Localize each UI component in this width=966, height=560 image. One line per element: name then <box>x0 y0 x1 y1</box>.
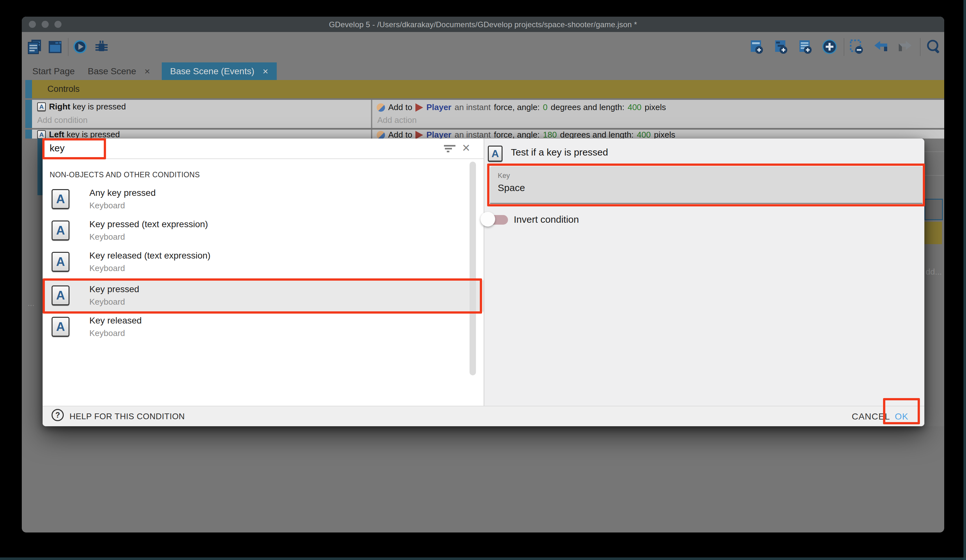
truncated-add-text: dd... <box>926 267 942 277</box>
invert-condition-label: Invert condition <box>514 214 579 225</box>
list-item-key-pressed-text-expression[interactable]: A Key pressed (text expression) Keyboard <box>43 215 484 247</box>
close-icon[interactable]: × <box>462 141 470 155</box>
action-text: Add to <box>388 130 412 139</box>
keycap-letter: A <box>39 103 44 110</box>
keyboard-key-icon: A <box>37 102 46 111</box>
project-manager-icon[interactable] <box>26 37 43 56</box>
add-subevent-icon[interactable] <box>772 37 789 56</box>
dimmed-event-bar <box>38 139 43 195</box>
event-row[interactable]: A Right key is pressed Add condition Add… <box>32 100 944 128</box>
keyboard-key-icon: A <box>52 189 69 209</box>
dimmed-events-background: dd... <box>924 139 944 426</box>
event-bar <box>25 129 32 139</box>
add-event-icon[interactable] <box>748 37 765 56</box>
event-group-title: Controls <box>48 84 80 94</box>
screen-edge <box>0 557 966 560</box>
window-title: GDevelop 5 - /Users/dkarakay/Documents/G… <box>22 20 944 29</box>
keycap-letter: A <box>56 289 65 302</box>
delete-selection-icon[interactable] <box>848 37 865 56</box>
add-action-link[interactable]: Add action <box>377 115 417 125</box>
redo-icon[interactable] <box>897 37 913 56</box>
item-title: Key pressed (text expression) <box>89 219 208 229</box>
event-group-header[interactable]: Controls <box>32 80 944 98</box>
preview-play-icon[interactable] <box>73 37 87 56</box>
action-text: degrees and length: <box>551 102 624 112</box>
event-bar <box>25 100 32 128</box>
row-divider <box>924 151 944 152</box>
condition-title: Test if a key is pressed <box>511 147 608 158</box>
event-group-bar <box>25 80 32 98</box>
action-text: an instant <box>455 102 491 112</box>
action-angle-value: 0 <box>543 102 547 112</box>
action-line[interactable]: Add to Player an instant force, angle: 0… <box>377 102 666 112</box>
condition-text: key is pressed <box>67 129 120 139</box>
list-item-key-pressed[interactable]: A Key pressed Keyboard <box>43 280 484 312</box>
list-item-any-key-pressed[interactable]: A Any key pressed Keyboard <box>43 184 484 215</box>
condition-text: key is pressed <box>73 102 126 111</box>
keycap-letter: A <box>39 131 44 138</box>
event-row[interactable]: A Left key is pressed Add to Player an i… <box>32 129 944 139</box>
keyboard-key-icon: A <box>52 252 69 272</box>
search-icon[interactable] <box>925 37 941 56</box>
action-text: an instant <box>455 130 491 139</box>
list-scrollbar[interactable] <box>470 162 476 375</box>
keycap-letter: A <box>56 224 65 237</box>
item-title: Key released (text expression) <box>89 251 210 261</box>
condition-line[interactable]: A Right key is pressed <box>37 102 126 112</box>
action-text: force, angle: <box>494 130 540 139</box>
action-line[interactable]: Add to Player an instant force, angle: 1… <box>377 130 675 139</box>
keycap-letter: A <box>491 148 499 160</box>
actions-cell[interactable]: Add to Player an instant force, angle: 0… <box>372 100 944 128</box>
help-link[interactable]: HELP FOR THIS CONDITION <box>69 411 185 421</box>
action-angle-value: 180 <box>543 130 557 139</box>
titlebar: GDevelop 5 - /Users/dkarakay/Documents/G… <box>22 16 944 32</box>
item-subtitle: Keyboard <box>89 297 125 307</box>
tab-close-icon[interactable]: × <box>145 67 150 76</box>
debugger-bug-icon[interactable] <box>93 37 110 56</box>
tab-label: Base Scene <box>88 66 136 77</box>
conditions-cell[interactable]: A Left key is pressed <box>32 129 371 139</box>
actions-cell[interactable]: Add to Player an instant force, angle: 1… <box>372 129 944 139</box>
add-circle-icon[interactable] <box>821 37 838 56</box>
filter-icon[interactable] <box>444 145 455 153</box>
search-row: key × <box>43 139 484 159</box>
item-title: Any key pressed <box>89 188 156 198</box>
toolbar-separator <box>920 38 920 56</box>
keyboard-key-icon: A <box>52 221 69 240</box>
add-condition-link[interactable]: Add condition <box>37 115 88 125</box>
action-text: pixels <box>654 130 675 139</box>
action-object: Player <box>426 102 451 112</box>
help-icon[interactable]: ? <box>52 409 64 421</box>
item-subtitle: Keyboard <box>89 232 125 242</box>
force-action-icon <box>377 131 385 139</box>
scene-editor-icon[interactable] <box>47 37 63 56</box>
invert-condition-toggle-thumb[interactable] <box>480 212 495 226</box>
tab-start-page[interactable]: Start Page <box>24 62 83 80</box>
list-item-key-released-text-expression[interactable]: A Key released (text expression) Keyboar… <box>43 247 484 278</box>
tab-base-scene-events[interactable]: Base Scene (Events) × <box>162 62 277 80</box>
ok-button[interactable]: OK <box>888 411 915 422</box>
keyboard-key-icon: A <box>37 130 46 139</box>
search-input[interactable]: key <box>50 143 65 154</box>
list-item-key-released[interactable]: A Key released Keyboard <box>43 312 484 343</box>
add-comment-icon[interactable] <box>797 37 813 56</box>
dialog-footer: ? HELP FOR THIS CONDITION CANCEL OK <box>43 406 924 426</box>
conditions-section-header: NON-OBJECTS AND OTHER CONDITIONS <box>50 170 200 179</box>
key-field-label: Key <box>498 172 510 180</box>
tab-close-icon[interactable]: × <box>263 67 268 76</box>
condition-param: Right <box>49 102 70 111</box>
tab-base-scene[interactable]: Base Scene × <box>79 62 159 80</box>
item-title: Key pressed <box>89 284 139 295</box>
conditions-cell[interactable]: A Right key is pressed Add condition <box>32 100 371 128</box>
undo-icon[interactable] <box>872 37 889 56</box>
keycap-letter: A <box>56 192 65 206</box>
condition-line[interactable]: A Left key is pressed <box>37 129 120 139</box>
keycap-letter: A <box>56 255 65 269</box>
key-select-field[interactable]: Key Space <box>490 166 922 204</box>
action-text: Add to <box>388 102 412 112</box>
tab-label: Base Scene (Events) <box>170 66 254 77</box>
tab-bar: Start Page Base Scene × Base Scene (Even… <box>22 62 944 80</box>
item-subtitle: Keyboard <box>89 264 125 273</box>
item-subtitle: Keyboard <box>89 328 125 338</box>
item-title: Key released <box>89 316 141 326</box>
